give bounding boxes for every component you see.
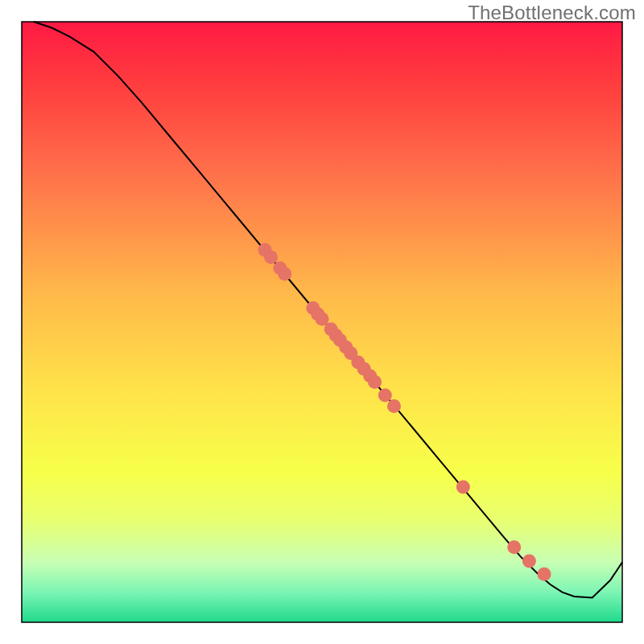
data-point [507,540,521,554]
data-point [316,312,329,326]
data-point [378,389,392,402]
chart-container: TheBottleneck.com [0,0,644,644]
watermark-label: TheBottleneck.com [468,2,636,24]
data-point [456,481,470,494]
data-point [522,554,536,568]
data-point [264,250,278,264]
data-point [538,568,551,581]
data-point [278,267,291,281]
data-point [368,375,382,389]
bottleneck-chart [0,0,644,644]
data-point [387,399,401,413]
